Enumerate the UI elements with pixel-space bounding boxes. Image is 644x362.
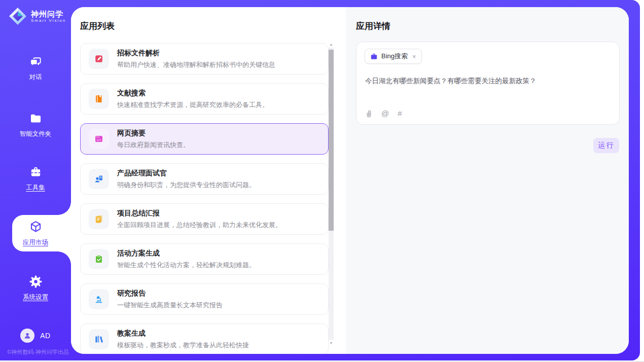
app-detail-title: 应用详情	[356, 20, 390, 32]
app-card-desc: 模板驱动，教案秒成，教学准备从此轻松快捷	[117, 341, 249, 350]
app-card-title: 研究报告	[117, 289, 223, 298]
app-list: 招标文件解析 帮助用户快速、准确地理解和解析招标书中的关键信息 文献搜索 快速精…	[80, 43, 329, 354]
briefcase-icon	[370, 53, 378, 60]
tool-tag-bing-search[interactable]: Bing搜索 ×	[365, 49, 422, 64]
sidebar-item-app-market[interactable]: 应用市场	[0, 220, 71, 247]
app-card-web-summary[interactable]: </> 网页摘要 每日政府新闻资讯快查。	[80, 123, 329, 155]
content-area: 应用列表 招标文件解析 帮助用户快速、准确地理解和解析招标书中的关键信息	[71, 7, 629, 354]
app-card-title: 活动方案生成	[117, 249, 256, 258]
app-card-title: 网页摘要	[117, 129, 190, 138]
app-card-literature-search[interactable]: 文献搜索 快速精准查找学术资源，提高研究效率的必备工具。	[80, 83, 329, 115]
diamond-logo-icon	[8, 7, 27, 26]
paperclip-icon[interactable]	[365, 110, 373, 118]
scrollbar-track[interactable]	[329, 48, 334, 340]
app-card-desc: 全面回顾项目进展，总结经验教训，助力未来优化发展。	[117, 221, 282, 230]
app-card-title: 招标文件解析	[117, 49, 275, 58]
svg-text:</>: </>	[96, 138, 101, 141]
brand-logo: 神州问学 Smart Vision	[8, 7, 66, 26]
sidebar-item-settings[interactable]: 系统设置	[0, 275, 71, 302]
app-card-bid-parsing[interactable]: 招标文件解析 帮助用户快速、准确地理解和解析招标书中的关键信息	[80, 43, 329, 75]
sidebar-item-chat[interactable]: 对话	[0, 55, 71, 82]
app-detail-panel: 应用详情 Bing搜索 × 今日湖北有哪些新闻要点？有哪些需要关注的最新政策？	[346, 7, 629, 354]
app-card-title: 教案生成	[117, 329, 249, 338]
app-list-title: 应用列表	[80, 20, 115, 32]
sidebar-item-label: 智能文件夹	[20, 130, 52, 138]
run-button[interactable]: 运行	[593, 138, 619, 153]
microscope-icon	[89, 289, 109, 309]
app-card-pm-interviewer[interactable]: 产品经理面试官 明确身份和职责，为您提供专业性的面试问题。	[80, 163, 329, 195]
avatar	[20, 329, 34, 343]
toolbox-icon	[29, 165, 43, 179]
app-card-title: 文献搜索	[117, 89, 269, 98]
papers-icon	[89, 209, 109, 229]
chat-icon	[29, 55, 43, 68]
app-list-panel: 应用列表 招标文件解析 帮助用户快速、准确地理解和解析招标书中的关键信息	[71, 7, 346, 354]
cube-icon	[29, 220, 43, 234]
scroll-down-icon[interactable]: ▼	[329, 341, 334, 345]
browser-code-icon: </>	[89, 129, 109, 149]
sidebar-item-label: 工具集	[26, 184, 45, 192]
clipboard-check-icon	[89, 249, 109, 269]
user-account[interactable]: AD	[0, 329, 71, 343]
app-card-desc: 帮助用户快速、准确地理解和解析招标书中的关键信息	[117, 60, 275, 69]
sidebar-item-label: 应用市场	[23, 238, 48, 247]
app-card-desc: 一键智能生成高质量长文本研究报告	[117, 301, 223, 310]
at-mention-icon[interactable]: @	[381, 109, 389, 118]
doc-edit-icon	[89, 49, 109, 69]
query-input[interactable]: 今日湖北有哪些新闻要点？有哪些需要关注的最新政策？	[365, 77, 611, 86]
app-card-lesson-plan[interactable]: 教案生成 模板驱动，教案秒成，教学准备从此轻松快捷	[80, 323, 329, 354]
close-icon[interactable]: ×	[412, 53, 416, 60]
sidebar-item-smart-folders[interactable]: 智能文件夹	[0, 112, 71, 138]
hash-icon[interactable]: #	[398, 109, 402, 118]
composer-toolbar: @ #	[365, 109, 402, 118]
user-initials: AD	[40, 332, 50, 340]
list-scrollbar[interactable]: ▲ ▼	[329, 43, 334, 345]
book-icon	[89, 89, 109, 109]
app-card-title: 项目总结汇报	[117, 209, 282, 218]
brand-subtitle: Smart Vision	[31, 18, 66, 23]
person-icon	[23, 332, 31, 340]
scroll-up-icon[interactable]: ▲	[329, 43, 334, 46]
app-card-project-summary[interactable]: 项目总结汇报 全面回顾项目进展，总结经验教训，助力未来优化发展。	[80, 203, 329, 235]
sidebar-item-toolset[interactable]: 工具集	[0, 165, 71, 192]
app-card-desc: 智能生成个性化活动方案，轻松解决规划难题。	[117, 261, 256, 270]
app-card-title: 产品经理面试官	[117, 169, 256, 178]
sidebar-item-label: 对话	[29, 73, 42, 82]
prompt-card: Bing搜索 × 今日湖北有哪些新闻要点？有哪些需要关注的最新政策？ @ #	[356, 42, 620, 125]
gear-icon	[29, 275, 43, 288]
folder-icon	[29, 112, 43, 125]
app-card-desc: 明确身份和职责，为您提供专业性的面试问题。	[117, 180, 256, 190]
app-card-desc: 快速精准查找学术资源，提高研究效率的必备工具。	[117, 100, 269, 110]
app-card-desc: 每日政府新闻资讯快查。	[117, 140, 190, 150]
app-card-event-plan[interactable]: 活动方案生成 智能生成个性化活动方案，轻松解决规划难题。	[80, 243, 329, 275]
scrollbar-thumb[interactable]	[329, 50, 334, 231]
sidebar: 神州问学 Smart Vision 对话 智能文件夹	[0, 0, 71, 360]
tool-tag-label: Bing搜索	[381, 52, 408, 61]
books-icon	[89, 329, 109, 349]
copyright-footer: ©神州数码·神州问学出品	[0, 348, 76, 356]
app-card-research-report[interactable]: 研究报告 一键智能生成高质量长文本研究报告	[80, 283, 329, 315]
sidebar-item-label: 系统设置	[23, 293, 48, 302]
person-doc-icon	[89, 169, 109, 189]
brand-name: 神州问学	[31, 10, 66, 18]
